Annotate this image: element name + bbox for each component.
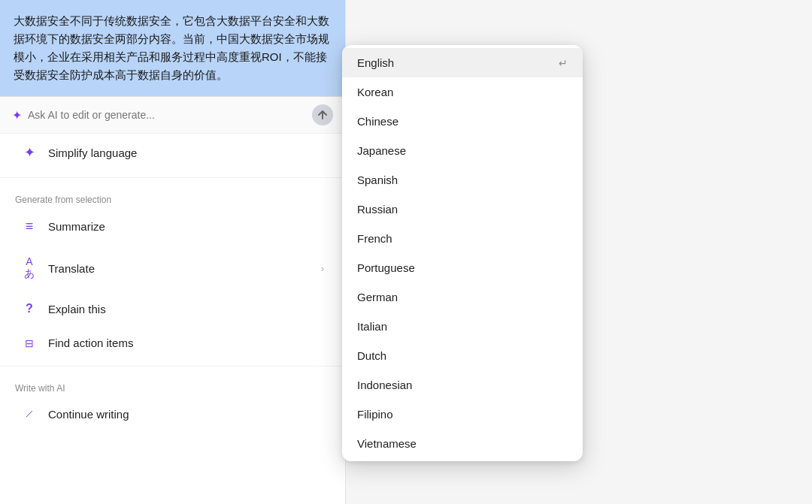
lang-korean-label: Korean xyxy=(357,86,393,98)
lang-french-label: French xyxy=(357,232,392,245)
translate-arrow-icon: › xyxy=(321,263,324,274)
lang-russian[interactable]: Russian xyxy=(342,195,583,224)
translate-icon: Aあ xyxy=(21,255,38,281)
summarize-icon: ≡ xyxy=(21,219,38,234)
lang-chinese[interactable]: Chinese xyxy=(342,107,583,136)
lang-indonesian-label: Indonesian xyxy=(357,379,412,391)
ask-ai-sparkle-icon: ✦ xyxy=(12,108,22,122)
lang-filipino-label: Filipino xyxy=(357,408,393,421)
ask-ai-bar[interactable]: ✦ xyxy=(0,97,345,134)
translate-item[interactable]: Aあ Translate › xyxy=(6,246,339,290)
lang-dutch[interactable]: Dutch xyxy=(342,341,583,370)
lang-vietnamese[interactable]: Vietnamese xyxy=(342,429,583,458)
translate-label: Translate xyxy=(48,262,311,275)
ask-ai-input[interactable] xyxy=(28,109,306,121)
lang-italian[interactable]: Italian xyxy=(342,312,583,341)
find-action-item[interactable]: ⊟ Find action items xyxy=(6,327,339,358)
lang-italian-label: Italian xyxy=(357,320,387,333)
divider-1 xyxy=(0,177,345,178)
lang-spanish[interactable]: Spanish xyxy=(342,165,583,195)
lang-portuguese[interactable]: Portuguese xyxy=(342,253,583,282)
lang-german[interactable]: German xyxy=(342,282,583,312)
lang-indonesian[interactable]: Indonesian xyxy=(342,370,583,400)
explain-icon: ? xyxy=(21,302,38,315)
find-action-icon: ⊟ xyxy=(21,337,38,349)
simplify-icon: ✦ xyxy=(21,144,38,161)
lang-german-label: German xyxy=(357,291,398,303)
explain-label: Explain this xyxy=(48,303,324,315)
language-dropdown: English ↵ Korean Chinese Japanese Spanis… xyxy=(342,45,583,461)
continue-writing-label: Continue writing xyxy=(48,408,324,421)
left-panel: 大数据安全不同于传统数据安全，它包含大数据平台安全和大数据环境下的数据安全两部分… xyxy=(0,0,346,504)
lang-russian-label: Russian xyxy=(357,203,398,216)
ask-ai-send-button[interactable] xyxy=(312,104,333,125)
divider-2 xyxy=(0,366,345,367)
lang-dutch-label: Dutch xyxy=(357,349,386,362)
summarize-item[interactable]: ≡ Summarize xyxy=(6,210,339,243)
lang-vietnamese-label: Vietnamese xyxy=(357,437,417,450)
lang-japanese-label: Japanese xyxy=(357,144,406,157)
lang-chinese-label: Chinese xyxy=(357,115,398,128)
summarize-label: Summarize xyxy=(48,220,324,233)
lang-korean[interactable]: Korean xyxy=(342,77,583,107)
lang-french[interactable]: French xyxy=(342,224,583,253)
lang-portuguese-label: Portuguese xyxy=(357,261,415,274)
find-action-label: Find action items xyxy=(48,337,324,349)
simplify-label: Simplify language xyxy=(48,146,324,159)
lang-japanese[interactable]: Japanese xyxy=(342,136,583,165)
selected-text-block: 大数据安全不同于传统数据安全，它包含大数据平台安全和大数据环境下的数据安全两部分… xyxy=(0,0,345,97)
simplify-language-item[interactable]: ✦ Simplify language xyxy=(6,135,339,170)
lang-filipino[interactable]: Filipino xyxy=(342,400,583,429)
explain-item[interactable]: ? Explain this xyxy=(6,293,339,324)
return-icon: ↵ xyxy=(559,57,568,69)
selected-text: 大数据安全不同于传统数据安全，它包含大数据平台安全和大数据环境下的数据安全两部分… xyxy=(14,14,329,81)
continue-writing-item[interactable]: ⟋ Continue writing xyxy=(6,398,339,430)
section-generate-header: Generate from selection xyxy=(0,184,345,208)
lang-english[interactable]: English ↵ xyxy=(342,48,583,77)
lang-english-label: English xyxy=(357,56,394,69)
lang-spanish-label: Spanish xyxy=(357,174,398,186)
section-write-header: Write with AI xyxy=(0,373,345,397)
continue-writing-icon: ⟋ xyxy=(21,407,38,421)
